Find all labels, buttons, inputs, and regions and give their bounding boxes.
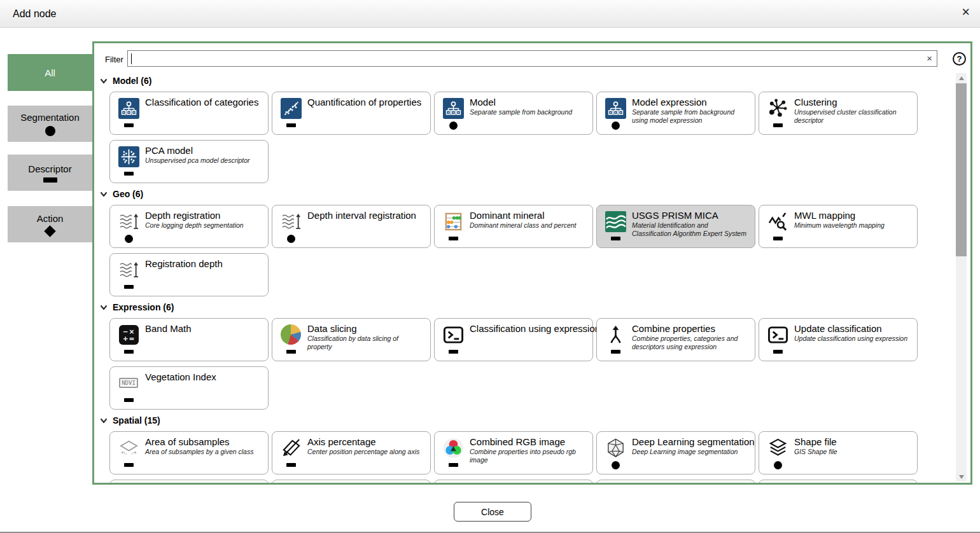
ndvi-box-icon: NDVI — [118, 372, 139, 394]
scrollbar[interactable] — [956, 73, 967, 481]
node-card-title: Depth registration — [145, 210, 220, 221]
node-card[interactable]: Data slicingClassification by data slici… — [272, 318, 431, 361]
bar-badge-icon — [124, 398, 134, 402]
node-card-partial[interactable] — [434, 480, 593, 483]
node-card-description: Combine properties, categories and descr… — [632, 335, 748, 351]
bar-badge-icon — [449, 350, 458, 354]
node-card[interactable]: Registration depth — [109, 253, 269, 296]
rgb-circles-icon — [442, 437, 464, 459]
node-card[interactable]: Deep Learning segmentationDeep Learning … — [596, 431, 755, 474]
node-card-title: Model — [470, 97, 496, 107]
node-output-type-badge — [610, 460, 621, 469]
bar-badge-icon — [773, 350, 783, 354]
node-output-type-badge — [123, 396, 134, 405]
node-output-type-badge — [123, 282, 134, 291]
scroll-up-arrow[interactable] — [956, 73, 967, 83]
node-card-partial[interactable] — [596, 480, 755, 483]
node-output-type-badge — [123, 169, 134, 178]
node-card-partial[interactable] — [109, 480, 269, 483]
node-card[interactable]: USGS PRISM MICAMaterial Identification a… — [596, 205, 755, 248]
node-card-title: MWL mapping — [794, 210, 855, 221]
node-output-type-badge — [447, 234, 459, 243]
classification-tree-icon — [118, 97, 139, 119]
window-close-icon[interactable]: × — [962, 5, 970, 19]
node-card-title: Depth interval registration — [307, 210, 416, 221]
depth-waves-icon — [118, 259, 139, 280]
node-output-type-badge — [123, 347, 134, 356]
section-title: Spatial (15) — [113, 415, 160, 426]
svg-text:+: + — [123, 335, 129, 342]
sidebar-tab-all[interactable]: All — [8, 54, 92, 91]
node-card-title: Clustering — [794, 97, 837, 107]
node-card[interactable]: Combined RGB imageCombine properties int… — [434, 431, 593, 474]
node-card-description: Deep Learning image segmentation — [632, 448, 748, 456]
node-card-partial[interactable] — [272, 480, 431, 483]
section-header[interactable]: Model (6) — [100, 75, 956, 87]
scroll-down-arrow[interactable] — [956, 472, 967, 481]
node-card[interactable]: Axis percentageCenter position percentag… — [272, 431, 431, 474]
node-output-type-badge — [447, 121, 459, 130]
node-card[interactable]: Classification of categories — [109, 92, 269, 135]
node-card-title: Vegetation Index — [145, 371, 216, 382]
window-title: Add node — [13, 8, 57, 20]
node-output-type-badge — [772, 460, 783, 469]
node-card-description: GIS Shape file — [794, 448, 910, 456]
node-card-description: Center position percentage along axis — [307, 448, 423, 456]
node-card[interactable]: Update classificationUpdate classificati… — [759, 318, 918, 361]
cluster-network-icon — [767, 97, 788, 119]
terminal-icon — [442, 324, 464, 345]
scrollbar-thumb[interactable] — [956, 83, 967, 256]
node-card[interactable]: Area of subsamplesArea of subsamples by … — [109, 431, 269, 474]
section-header[interactable]: Expression (6) — [100, 301, 956, 313]
section-header[interactable]: Spatial (15) — [100, 415, 956, 426]
sidebar-tab-segmentation[interactable]: Segmentation — [8, 106, 92, 142]
filter-input[interactable]: × — [127, 50, 937, 67]
circle-badge-icon — [449, 121, 458, 130]
node-card[interactable]: Classification using expression — [434, 318, 593, 361]
calculator-icon: −×+= — [118, 324, 139, 345]
node-card-title: Combine properties — [632, 323, 715, 334]
node-card-description: Classification by data slicing of proper… — [307, 335, 423, 351]
sidebar-tab-action[interactable]: Action — [8, 206, 92, 242]
help-icon[interactable]: ? — [953, 52, 966, 66]
node-card[interactable]: Depth interval registration — [272, 205, 431, 248]
node-card[interactable]: Depth registrationCore logging depth seg… — [109, 205, 269, 248]
node-card-title: Quantification of properties — [307, 97, 421, 107]
node-card-title: Model expression — [632, 97, 707, 107]
node-output-type-badge — [123, 234, 134, 243]
node-card[interactable]: ClusteringUnsupervised cluster classific… — [759, 92, 918, 135]
pca-grid-icon — [118, 146, 139, 167]
node-card[interactable]: Dominant mineralDominant mineral class a… — [434, 205, 593, 248]
node-card[interactable]: NDVIVegetation Index — [109, 366, 269, 410]
close-button[interactable]: Close — [454, 502, 531, 522]
node-card[interactable]: ModelSeparate sample from background — [434, 92, 593, 135]
node-card[interactable]: Quantification of properties — [272, 92, 431, 135]
node-card-description: Dominant mineral class and percent — [470, 221, 585, 230]
node-card-title: PCA model — [145, 145, 193, 156]
classification-tree-icon — [605, 97, 626, 119]
sidebar-tab-descriptor[interactable]: Descriptor — [8, 155, 92, 191]
section-header[interactable]: Geo (6) — [100, 188, 956, 200]
terminal-icon — [767, 324, 788, 345]
node-output-type-badge — [285, 234, 297, 243]
node-card-description: Separate sample from background — [470, 108, 585, 116]
classification-tree-icon — [442, 97, 464, 119]
bar-badge-icon — [43, 177, 57, 183]
node-card[interactable]: Combine propertiesCombine properties, ca… — [596, 318, 755, 361]
card-grid: −×+= Band MathData slicingClassification… — [109, 318, 956, 410]
node-card[interactable]: MWL mappingMinimum wavelength mapping — [759, 205, 918, 248]
node-card[interactable]: Shape fileGIS Shape file — [759, 431, 918, 474]
node-card-title: Combined RGB image — [470, 436, 565, 447]
scatter-regression-icon — [280, 97, 302, 119]
node-card-description: Minimum wavelength mapping — [794, 221, 910, 230]
node-card-title: Band Math — [145, 323, 192, 334]
node-card[interactable]: −×+= Band Math — [109, 318, 269, 361]
node-card[interactable]: PCA modelUnsupervised pca model descript… — [109, 140, 269, 183]
node-card-partial[interactable] — [759, 480, 918, 483]
node-card[interactable]: Model expressionSeparate sample from bac… — [596, 92, 755, 135]
node-output-type-badge — [610, 234, 621, 243]
node-card-description: Update classification using expression — [794, 335, 910, 343]
sidebar-tab-label: Action — [37, 213, 64, 224]
node-output-type-badge — [447, 347, 459, 356]
clear-filter-icon[interactable]: × — [927, 52, 932, 65]
